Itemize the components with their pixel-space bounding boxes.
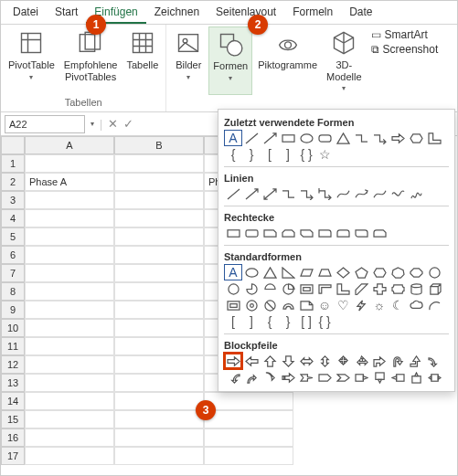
shape-arc[interactable] [425,297,443,313]
cell[interactable] [25,246,114,264]
formen-button[interactable]: Formen▾ [208,26,252,95]
shape-hexagon[interactable] [370,264,389,280]
shape-brace-l[interactable]: { [261,313,279,330]
shape-callout-r[interactable] [352,369,370,386]
shape-pentagon[interactable] [352,264,370,280]
shape-lightning[interactable] [352,297,370,313]
shape-donut[interactable] [242,297,261,313]
shape-snip-single[interactable] [261,225,279,241]
row-header[interactable]: 12 [1,355,25,374]
shape-round-rect[interactable] [315,130,334,146]
cell[interactable] [25,264,114,282]
shape-diamond[interactable] [334,264,352,280]
shape-line-double-arrow[interactable] [261,185,279,202]
shape-decagon[interactable] [425,264,443,280]
cell[interactable] [114,209,204,227]
select-all-corner[interactable] [1,136,25,154]
shape-line-arrow[interactable] [261,130,279,146]
row-header[interactable]: 7 [1,264,25,282]
cell[interactable] [114,191,204,209]
shape-bracket-l[interactable]: [ [224,313,242,330]
cell[interactable] [114,282,204,301]
row-header[interactable]: 10 [1,319,25,337]
cell[interactable] [114,447,204,465]
shape-fold[interactable] [297,297,315,313]
shape-bracket-r[interactable]: ] [242,313,261,330]
cell[interactable] [114,319,204,337]
shape-triangle[interactable] [334,130,352,146]
cell[interactable] [114,246,204,264]
row-header[interactable]: 14 [1,392,25,410]
shape-hexagon[interactable] [407,130,425,146]
shape-bracket-r[interactable]: ] [279,146,297,163]
shape-arrow-lr[interactable] [297,353,315,369]
cell[interactable] [114,428,204,447]
cell[interactable] [114,355,204,374]
cell[interactable] [25,374,114,392]
shape-brackets[interactable]: [ ] [297,313,315,330]
shape-round-rect[interactable] [242,225,261,241]
shape-teardrop[interactable] [279,280,297,297]
shape-freeform[interactable] [389,185,407,202]
row-header[interactable]: 5 [1,227,25,246]
shape-triangle[interactable] [261,264,279,280]
shape-sun[interactable]: ☼ [370,297,389,313]
shape-arrow-left-block[interactable] [242,353,261,369]
shape-round-single[interactable] [315,225,334,241]
tabelle-button[interactable]: Tabelle [122,26,162,95]
shape-diag-stripe[interactable] [352,280,370,297]
cell[interactable] [114,301,204,319]
shape-heptagon[interactable] [389,264,407,280]
cell[interactable] [25,428,114,447]
shape-rect[interactable] [224,225,242,241]
cell[interactable] [25,154,114,173]
cell[interactable] [114,410,204,428]
shape-arrow-notch-r[interactable] [297,369,315,386]
shape-snip-diag[interactable] [297,225,315,241]
cell[interactable] [114,337,204,355]
shape-snip-same[interactable] [279,225,297,241]
name-box[interactable]: A22 [5,115,85,133]
row-header[interactable]: 8 [1,282,25,301]
cell[interactable]: Phase A [25,173,114,191]
shape-elbow-arrow[interactable] [297,185,315,202]
shape-bevel[interactable] [224,297,242,313]
shape-callout-lr[interactable] [425,369,443,386]
shape-brace-r[interactable]: } [279,313,297,330]
shape-cloud[interactable] [407,297,425,313]
col-header[interactable]: B [114,136,204,154]
row-header[interactable]: 2 [1,173,25,191]
shape-round-diag[interactable] [352,225,370,241]
tab-start[interactable]: Start [47,1,86,24]
shape-parallelogram[interactable] [297,264,315,280]
shape-oval[interactable] [297,130,315,146]
shape-pentagon-r[interactable] [315,369,334,386]
shape-l[interactable] [425,130,443,146]
screenshot-button[interactable]: ⧉Screenshot [371,43,439,56]
shape-cube[interactable] [425,280,443,297]
shape-arrow-down-block[interactable] [279,353,297,369]
shape-trapezoid[interactable] [315,264,334,280]
row-header[interactable]: 15 [1,410,25,428]
shape-arrow-right[interactable] [389,130,407,146]
shape-callout-l[interactable] [389,369,407,386]
cell[interactable] [114,392,204,410]
shape-arrow-lru[interactable] [352,353,370,369]
cell[interactable] [25,301,114,319]
shape-oval[interactable] [242,264,261,280]
shape-moon[interactable]: ☾ [389,297,407,313]
empfohlene-pivottables-button[interactable]: Empfohlene PivotTables [60,26,122,95]
tab-datei[interactable]: Datei [5,1,47,24]
shape-arrow-quad[interactable] [334,353,352,369]
shape-bracket-l[interactable]: [ [261,146,279,163]
shape-block-arc[interactable] [279,297,297,313]
cell[interactable] [25,355,114,374]
shape-arrow-stripe-r[interactable] [279,369,297,386]
row-header[interactable]: 9 [1,301,25,319]
tab-zeichnen[interactable]: Zeichnen [146,1,208,24]
shape-arrow-bent-u[interactable] [407,353,425,369]
shape-line-arrow[interactable] [242,185,261,202]
row-header[interactable]: 4 [1,209,25,227]
shape-arrow-curved-r[interactable] [425,353,443,369]
shape-textbox[interactable]: A [224,130,242,146]
